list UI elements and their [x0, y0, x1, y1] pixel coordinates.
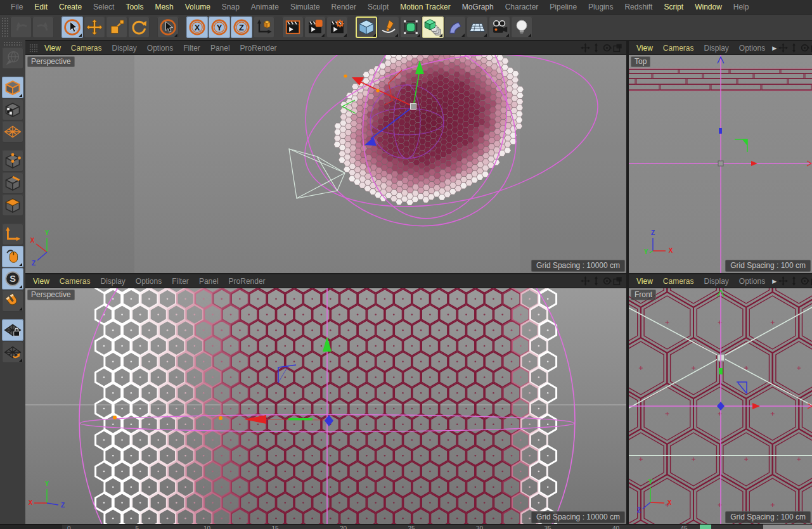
viewport-menu-filter[interactable]: Filter — [178, 44, 205, 53]
viewport-canvas-front[interactable]: YXZ — [629, 288, 812, 525]
viewport-canvas-perspective[interactable]: YXZ — [25, 55, 626, 273]
viewport-menu-prorender[interactable]: ProRender — [235, 44, 282, 53]
viewport-menu-panel[interactable]: Panel — [194, 277, 224, 286]
make-editable-button[interactable] — [2, 48, 23, 69]
menu-create[interactable]: Create — [53, 0, 87, 14]
menu-render[interactable]: Render — [326, 0, 362, 14]
add-subdivision-surface-button[interactable] — [400, 16, 422, 38]
texture-mode-button[interactable] — [2, 99, 23, 120]
menu-plugins[interactable]: Plugins — [583, 0, 619, 14]
lock-z-axis-button[interactable]: Z — [231, 16, 252, 38]
sidebar-drag-handle[interactable] — [3, 41, 22, 46]
scale-tool-button[interactable] — [106, 16, 127, 38]
viewport-menu-display[interactable]: Display — [95, 277, 130, 286]
add-cube-object-button[interactable] — [356, 16, 377, 38]
menu-volume[interactable]: Volume — [179, 0, 216, 14]
lock-workplane-button[interactable] — [2, 319, 23, 341]
viewport-menu-filter[interactable]: Filter — [167, 277, 194, 286]
points-mode-button[interactable] — [2, 150, 23, 172]
add-camera-button[interactable] — [489, 16, 510, 38]
redo-button[interactable] — [32, 16, 54, 38]
dolly-icon[interactable] — [789, 43, 799, 53]
menu-window[interactable]: Window — [689, 0, 728, 14]
viewport-drag-handle[interactable] — [29, 44, 38, 53]
menu-edit[interactable]: Edit — [29, 0, 53, 14]
viewport-menu-view[interactable]: View — [39, 44, 66, 53]
last-used-tool-button[interactable] — [157, 16, 179, 38]
viewport-menu-panel[interactable]: Panel — [205, 44, 235, 53]
add-floor-button[interactable] — [467, 16, 488, 38]
menu-overflow-icon[interactable]: ▶ — [770, 45, 778, 51]
menu-character[interactable]: Character — [499, 0, 545, 14]
add-bend-deformer-button[interactable] — [444, 16, 466, 38]
timeline-scrollbar[interactable] — [763, 525, 812, 529]
menu-redshift[interactable]: Redshift — [619, 0, 658, 14]
toggle-layout-icon[interactable] — [613, 276, 622, 286]
rotate-view-icon[interactable] — [800, 43, 809, 53]
toolbar-drag-handle[interactable] — [1, 17, 8, 37]
model-mode-button[interactable] — [2, 77, 23, 98]
menu-simulate[interactable]: Simulate — [285, 0, 326, 14]
viewport-menu-options[interactable]: Options — [142, 44, 178, 53]
menu-help[interactable]: Help — [728, 0, 755, 14]
render-picture-viewer-button[interactable] — [304, 16, 326, 38]
viewport-menu-options[interactable]: Options — [734, 44, 770, 53]
timeline-ruler[interactable]: 051015202530354045 — [0, 524, 812, 529]
viewport-menu-display[interactable]: Display — [106, 44, 141, 53]
viewport-menu-options[interactable]: Options — [734, 277, 770, 286]
menu-motion-tracker[interactable]: Motion Tracker — [394, 0, 456, 14]
enable-snap-button[interactable] — [2, 290, 23, 312]
rotate-view-icon[interactable] — [800, 276, 809, 286]
viewport-menu-display[interactable]: Display — [699, 277, 733, 286]
edges-mode-button[interactable] — [2, 172, 23, 194]
add-light-button[interactable] — [511, 16, 532, 38]
menu-mograph[interactable]: MoGraph — [456, 0, 499, 14]
lock-x-axis-button[interactable]: X — [186, 16, 208, 38]
toggle-layout-icon[interactable] — [613, 43, 622, 53]
snap-settings-button[interactable]: S — [2, 268, 23, 290]
rotate-tool-button[interactable] — [128, 16, 150, 38]
menu-animate[interactable]: Animate — [245, 0, 285, 14]
live-selection-tool-button[interactable] — [61, 16, 83, 38]
viewport-canvas-top[interactable]: ZYX — [629, 55, 812, 273]
viewport-menu-cameras[interactable]: Cameras — [658, 277, 699, 286]
viewport-menu-options[interactable]: Options — [131, 277, 167, 286]
viewport-menu-cameras[interactable]: Cameras — [55, 277, 96, 286]
enable-axis-mode-button[interactable] — [2, 224, 23, 245]
add-cloner-button[interactable] — [422, 16, 444, 38]
viewport-canvas-perspective[interactable]: YXZ — [25, 288, 626, 525]
menu-select[interactable]: Select — [87, 0, 120, 14]
timeline-ruler-track[interactable]: 051015202530354045 — [62, 525, 812, 529]
pan-icon[interactable] — [581, 276, 590, 286]
rotate-view-icon[interactable] — [602, 43, 612, 53]
dolly-icon[interactable] — [591, 276, 601, 286]
menu-tools[interactable]: Tools — [120, 0, 149, 14]
viewport-menu-view[interactable]: View — [28, 277, 55, 286]
viewport-solo-button[interactable] — [2, 246, 23, 267]
pan-icon[interactable] — [778, 276, 788, 286]
viewport-menu-cameras[interactable]: Cameras — [658, 44, 699, 53]
add-spline-pen-button[interactable] — [378, 16, 399, 38]
menu-snap[interactable]: Snap — [216, 0, 245, 14]
undo-button[interactable] — [10, 16, 32, 38]
lock-y-axis-button[interactable]: Y — [209, 16, 230, 38]
pan-icon[interactable] — [778, 43, 788, 53]
menu-file[interactable]: File — [5, 0, 29, 14]
render-settings-button[interactable] — [326, 16, 348, 38]
viewport-menu-display[interactable]: Display — [699, 44, 733, 53]
menu-sculpt[interactable]: Sculpt — [362, 0, 394, 14]
menu-script[interactable]: Script — [658, 0, 689, 14]
menu-overflow-icon[interactable]: ▶ — [770, 278, 778, 284]
render-view-button[interactable] — [282, 16, 304, 38]
pan-icon[interactable] — [581, 43, 590, 53]
dolly-icon[interactable] — [591, 43, 601, 53]
workplane-transform-button[interactable] — [2, 341, 23, 363]
menu-mesh[interactable]: Mesh — [149, 0, 179, 14]
polygons-mode-button[interactable] — [2, 194, 23, 216]
dolly-icon[interactable] — [789, 276, 799, 286]
viewport-menu-prorender[interactable]: ProRender — [224, 277, 271, 286]
viewport-menu-view[interactable]: View — [631, 277, 658, 286]
coordinate-system-toggle-button[interactable] — [253, 16, 274, 38]
menu-pipeline[interactable]: Pipeline — [544, 0, 583, 14]
viewport-menu-view[interactable]: View — [631, 44, 658, 53]
